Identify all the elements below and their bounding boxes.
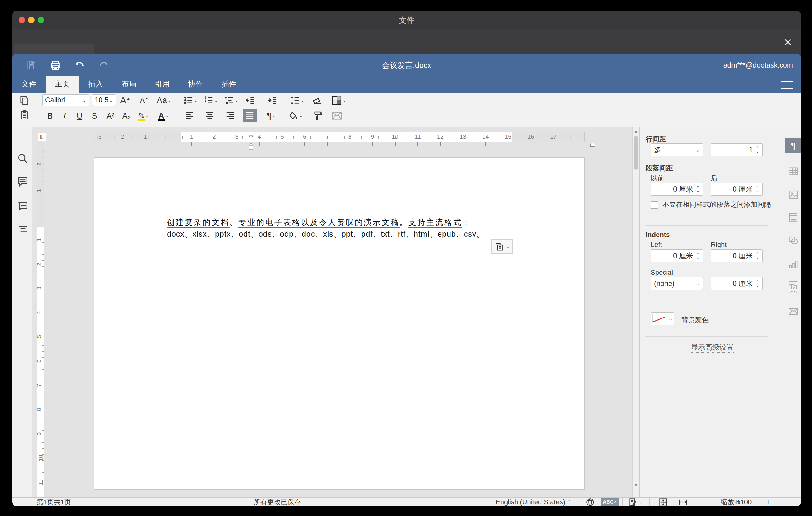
clear-style-button[interactable] — [312, 94, 323, 106]
align-right-button[interactable] — [225, 110, 236, 122]
copy-style-button[interactable] — [312, 110, 323, 122]
spacing-before-spinner[interactable]: 0 厘米⌃⌄ — [651, 183, 703, 196]
vertical-scrollbar[interactable]: ▲ ▼ — [633, 127, 639, 497]
paste-options-button[interactable]: ⌄ — [491, 239, 513, 254]
special-select[interactable]: (none)⌄ — [651, 277, 703, 290]
paragraph-shading-button[interactable]: ⌄ — [289, 110, 303, 122]
line-spacing-button[interactable]: ⌄ — [290, 94, 304, 106]
chart-settings-tab[interactable] — [785, 257, 801, 272]
no-space-same-style-checkbox[interactable] — [651, 201, 658, 209]
zoom-in-button[interactable]: + — [766, 498, 771, 506]
chevron-down-icon: ⌄ — [506, 244, 510, 249]
decrease-indent-button[interactable] — [244, 94, 256, 106]
decrease-indent-icon — [245, 95, 255, 105]
table-settings-tab[interactable] — [785, 164, 801, 179]
change-case-button[interactable]: Aa⌄ — [157, 94, 172, 106]
paragraph-settings-tab[interactable]: ¶ — [785, 138, 801, 153]
document-text[interactable]: 创建复杂的文档、专业的电子表格以及令人赞叹的演示文稿。支持主流格式： docx、… — [167, 216, 516, 240]
tab-layout[interactable]: 布局 — [112, 76, 146, 93]
tab-file[interactable]: 文件 — [12, 76, 46, 93]
show-advanced-settings-link[interactable]: 显示高级设置 — [640, 343, 785, 352]
tab-insert[interactable]: 插入 — [79, 76, 112, 93]
increase-indent-button[interactable] — [267, 94, 278, 106]
multilevel-list-button[interactable]: ⌄ — [225, 94, 238, 106]
horizontal-ruler[interactable]: 321 1234567891011121314151617 — [94, 132, 585, 142]
special-amount-spinner[interactable]: 0 厘米⌃⌄ — [711, 277, 763, 290]
document-language-button[interactable] — [586, 498, 594, 506]
copy-button[interactable] — [19, 95, 30, 106]
line-spacing-amount-spinner[interactable]: 1⌃⌄ — [711, 143, 763, 156]
spellcheck-toggle[interactable]: ABC✓ — [601, 498, 619, 506]
italic-button[interactable]: I — [59, 110, 70, 122]
scrollbar-thumb[interactable] — [634, 136, 638, 170]
search-button[interactable] — [17, 152, 28, 164]
paste-button[interactable] — [19, 110, 30, 120]
header-footer-settings-tab[interactable] — [785, 210, 801, 225]
navigation-button[interactable] — [17, 224, 28, 235]
fit-page-button[interactable] — [659, 498, 667, 506]
indent-right-spinner[interactable]: 0 厘米⌃⌄ — [711, 249, 763, 262]
underline-button[interactable]: U — [74, 110, 85, 122]
special-value: (none) — [654, 280, 674, 288]
align-left-button[interactable] — [184, 110, 195, 122]
numbered-list-button[interactable]: 123⌄ — [204, 94, 218, 106]
text-art-settings-tab[interactable]: Ta — [785, 280, 801, 295]
bold-button[interactable]: B — [45, 110, 56, 122]
left-sidebar — [12, 127, 32, 497]
mail-merge-settings-tab[interactable] — [785, 304, 801, 319]
shading-borders-button[interactable]: ⌄ — [331, 94, 346, 106]
strikethrough-button[interactable]: S — [89, 110, 100, 122]
align-justify-button[interactable] — [243, 109, 257, 122]
spinner-arrows-icon[interactable]: ⌃⌄ — [756, 280, 759, 287]
right-indent-marker[interactable] — [590, 143, 595, 147]
envelope-icon — [332, 111, 342, 120]
tab-collaboration[interactable]: 协作 — [179, 76, 212, 93]
font-name-select[interactable]: Calibri⌄ — [42, 94, 89, 106]
zoom-out-button[interactable]: − — [700, 498, 705, 506]
line-spacing-select[interactable]: 多⌄ — [651, 143, 703, 156]
svg-text:3: 3 — [205, 102, 206, 105]
font-color-button[interactable]: A⌄ — [158, 110, 169, 122]
decrease-font-button[interactable]: A▼ — [139, 94, 150, 106]
fit-width-button[interactable] — [679, 498, 687, 506]
search-icon — [17, 152, 28, 164]
bullet-list-button[interactable]: ⌄ — [184, 94, 198, 106]
spinner-arrows-icon[interactable]: ⌃⌄ — [756, 253, 759, 259]
tab-references[interactable]: 引用 — [146, 76, 179, 93]
comments-button[interactable] — [17, 176, 28, 188]
spinner-arrows-icon[interactable]: ⌃⌄ — [756, 146, 759, 153]
indent-left-spinner[interactable]: 0 厘米⌃⌄ — [651, 249, 703, 262]
spinner-arrows-icon[interactable]: ⌃⌄ — [696, 253, 700, 259]
page-count[interactable]: 第1页共1页 — [36, 498, 71, 506]
image-settings-tab[interactable] — [785, 187, 801, 202]
strikethrough-icon: S — [92, 111, 97, 120]
tab-stop-selector[interactable]: L — [38, 133, 46, 141]
highlight-color-button[interactable]: ✎⌄ — [138, 110, 149, 122]
subscript-button[interactable]: A₂ — [121, 110, 132, 122]
spacing-after-spinner[interactable]: 0 厘米⌃⌄ — [711, 183, 763, 196]
track-changes-button[interactable]: ⌄ — [629, 498, 643, 506]
close-icon[interactable]: ✕ — [782, 36, 794, 49]
font-size-select[interactable]: 10.5⌄ — [92, 94, 116, 106]
spinner-arrows-icon[interactable]: ⌃⌄ — [756, 186, 759, 193]
vertical-ruler[interactable]: 211234567891011 — [37, 142, 45, 497]
zoom-level[interactable]: 缩放%100 — [721, 498, 752, 506]
spinner-arrows-icon[interactable]: ⌃⌄ — [696, 186, 700, 193]
increase-font-button[interactable]: A▲ — [120, 94, 131, 106]
mail-merge-button[interactable] — [331, 110, 343, 122]
background-color-picker[interactable]: ⌄ — [651, 312, 674, 325]
scroll-down-icon[interactable]: ▼ — [633, 483, 639, 488]
scroll-up-icon[interactable]: ▲ — [633, 128, 639, 134]
chat-button[interactable] — [17, 200, 28, 212]
align-center-button[interactable] — [204, 110, 215, 122]
view-settings-button[interactable] — [781, 78, 794, 90]
show-paragraph-marks-button[interactable]: ¶⌄ — [266, 110, 277, 122]
tab-home[interactable]: 主页 — [46, 76, 79, 93]
ruler-sub-ticks — [191, 142, 512, 146]
tab-plugins[interactable]: 插件 — [212, 76, 245, 93]
document-page[interactable]: 创建复杂的文档、专业的电子表格以及令人赞叹的演示文稿。支持主流格式： docx、… — [94, 157, 585, 490]
shape-settings-tab[interactable] — [785, 233, 801, 249]
header-footer-icon — [789, 212, 798, 223]
language-select[interactable]: English (United States) ⌃ — [496, 498, 572, 506]
superscript-button[interactable]: A² — [105, 110, 116, 122]
